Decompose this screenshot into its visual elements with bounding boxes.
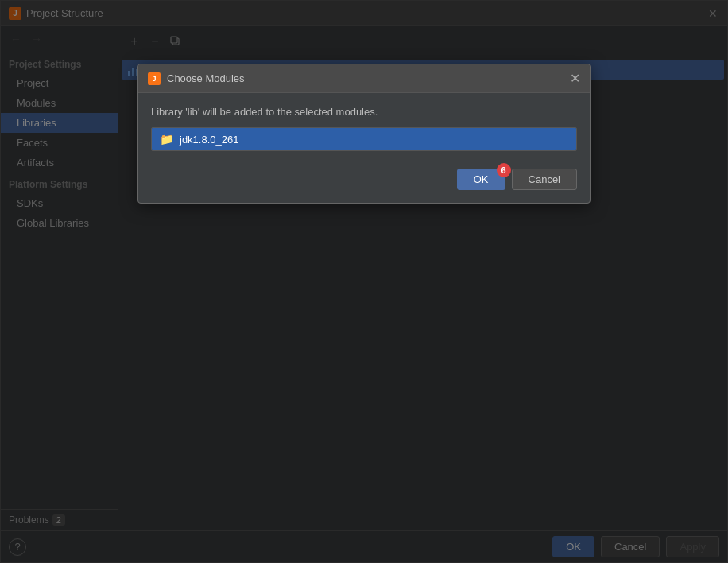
modal-description: Library 'lib' will be added to the selec…	[151, 106, 577, 118]
modal-close-button[interactable]: ✕	[570, 71, 580, 86]
modal-icon: J	[148, 72, 161, 85]
modal-title: J Choose Modules	[148, 72, 245, 85]
modal-ok-button[interactable]: 6 OK	[457, 169, 505, 190]
shortcut-badge: 6	[497, 163, 511, 177]
module-name: jdk1.8.0_261	[180, 134, 238, 146]
module-item-jdk[interactable]: 📁 jdk1.8.0_261	[152, 128, 576, 150]
module-list: 📁 jdk1.8.0_261	[151, 127, 577, 151]
modal-cancel-button[interactable]: Cancel	[512, 169, 577, 190]
modal-footer: 6 OK Cancel	[138, 161, 590, 203]
modal-header: J Choose Modules ✕	[138, 64, 590, 93]
modal-overlay: J Choose Modules ✕ Library 'lib' will be…	[0, 0, 728, 563]
module-folder-icon: 📁	[160, 133, 173, 146]
choose-modules-dialog: J Choose Modules ✕ Library 'lib' will be…	[137, 64, 591, 204]
modal-title-text: Choose Modules	[167, 72, 245, 84]
modal-body: Library 'lib' will be added to the selec…	[138, 93, 590, 161]
